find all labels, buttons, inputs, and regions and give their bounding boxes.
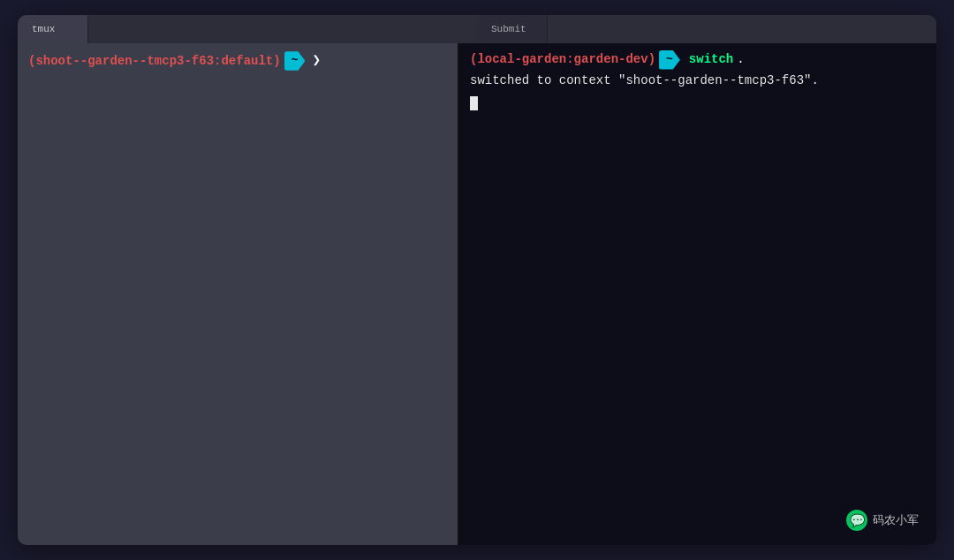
right-output-line: switched to context "shoot--garden--tmcp…	[470, 72, 926, 90]
watermark-text: 码农小军	[873, 512, 919, 528]
command-arg: .	[737, 50, 744, 69]
top-bar-right-spacer	[548, 15, 936, 43]
left-prompt-context: (shoot--garden--tmcp3-f63:default)	[28, 52, 281, 71]
left-tab-label: tmux	[32, 24, 55, 34]
left-pane-header: (shoot--garden--tmcp3-f63:default) ~ ❯	[28, 50, 447, 72]
left-prompt-badge: ~	[284, 51, 306, 71]
terminal-cursor	[470, 96, 478, 110]
right-tab[interactable]: Submit	[477, 15, 548, 43]
right-tab-label: Submit	[491, 24, 526, 34]
watermark-icon: 💬	[846, 510, 867, 531]
right-pane[interactable]: (local-garden:garden-dev) ~ switch . swi…	[459, 43, 936, 545]
left-prompt-arrow: ❯	[312, 50, 321, 72]
command-switch: switch	[689, 50, 733, 69]
top-bar-spacer	[88, 15, 477, 43]
screenshot-container: tmux Submit (shoot--garden--tmcp3-f63:de…	[18, 15, 936, 545]
top-bar: tmux Submit	[18, 15, 936, 43]
right-prompt-line: (local-garden:garden-dev) ~ switch .	[470, 50, 926, 70]
right-prompt-badge: ~	[659, 50, 680, 70]
watermark: 💬 码农小军	[846, 510, 919, 531]
left-pane[interactable]: (shoot--garden--tmcp3-f63:default) ~ ❯	[18, 43, 459, 545]
left-prompt-line: (shoot--garden--tmcp3-f63:default) ~ ❯	[28, 50, 321, 72]
terminal-main: (shoot--garden--tmcp3-f63:default) ~ ❯ (…	[18, 43, 936, 545]
left-tab[interactable]: tmux	[18, 15, 88, 43]
right-prompt-context: (local-garden:garden-dev)	[470, 50, 655, 69]
